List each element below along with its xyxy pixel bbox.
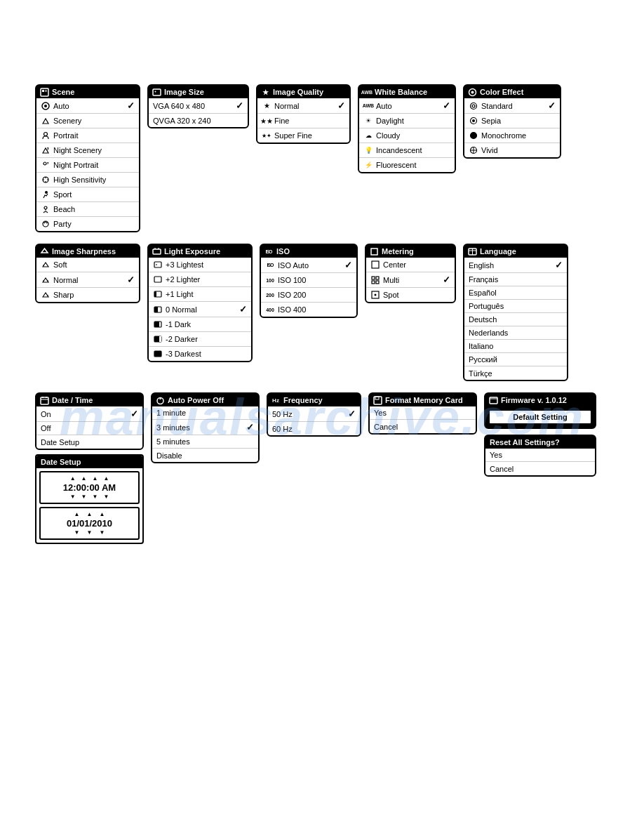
exposure-light[interactable]: +1 Light — [149, 287, 251, 302]
scene-night-portrait[interactable]: Night Portrait — [36, 158, 139, 173]
scene-high-sensitivity-label: High Sensitivity — [53, 176, 106, 184]
datetime-on[interactable]: On ✓ — [36, 406, 142, 422]
date-value: 01/01/2010 — [42, 517, 137, 529]
scene-scenery[interactable]: Scenery — [36, 114, 139, 128]
frequency-menu: Hz Frequency 50 Hz ✓ 60 Hz — [267, 392, 361, 437]
metering-center[interactable]: Center — [366, 258, 455, 272]
scene-portrait[interactable]: Portrait — [36, 128, 139, 143]
reset-cancel[interactable]: Cancel — [485, 462, 595, 475]
reset-yes[interactable]: Yes — [485, 449, 595, 462]
iso-400-icon: 400 — [265, 305, 275, 315]
scene-beach[interactable]: Beach — [36, 202, 139, 217]
datetime-on-check: ✓ — [130, 409, 138, 419]
sharpness-normal[interactable]: Normal ✓ — [36, 272, 139, 288]
sharpness-normal-label: Normal — [53, 276, 78, 284]
lang-english[interactable]: English ✓ — [464, 258, 567, 273]
wb-fluorescent-label: Fluorescent — [376, 161, 416, 169]
color-sepia-icon — [469, 116, 478, 126]
svg-rect-42 — [154, 262, 161, 267]
exposure-normal-check: ✓ — [239, 304, 247, 315]
power-5min[interactable]: 5 minutes — [152, 435, 258, 449]
fine-quality[interactable]: ★★ Fine — [257, 114, 349, 128]
exposure-darker[interactable]: -2 Darker — [149, 332, 251, 347]
lang-espanol[interactable]: Español — [464, 286, 567, 300]
wb-cloudy[interactable]: ☁ Cloudy — [359, 128, 455, 143]
scene-header: Scene — [36, 86, 139, 98]
high-sensitivity-icon — [41, 175, 51, 185]
color-standard-check: ✓ — [548, 100, 556, 111]
exposure-dark[interactable]: -1 Dark — [149, 317, 251, 332]
color-sepia[interactable]: Sepia — [464, 114, 560, 128]
sport-icon — [41, 190, 51, 199]
date-setup-panel-title: Date Setup — [36, 456, 142, 468]
sharpness-sharp-icon — [41, 290, 51, 300]
metering-multi[interactable]: Multi ✓ — [366, 272, 455, 288]
metering-icon — [369, 246, 379, 256]
wb-cloudy-icon: ☁ — [363, 131, 373, 140]
freq-50hz[interactable]: 50 Hz ✓ — [268, 406, 360, 422]
exposure-darkest[interactable]: -3 Darkest — [149, 347, 251, 361]
iso-auto[interactable]: ISO ISO Auto ✓ — [261, 258, 356, 273]
format-cancel[interactable]: Cancel — [370, 420, 476, 433]
iso-400[interactable]: 400 ISO 400 — [261, 303, 356, 317]
color-monochrome[interactable]: Monochrome — [464, 128, 560, 143]
lang-russian[interactable]: Русский — [464, 353, 567, 366]
svg-point-6 — [44, 133, 48, 136]
scene-sport[interactable]: Sport — [36, 187, 139, 202]
power-1min[interactable]: 1 minute — [152, 406, 258, 420]
light-exposure-icon — [152, 246, 161, 256]
row-1: Scene Auto ✓ Scenery — [35, 84, 609, 232]
color-standard[interactable]: Standard ✓ — [464, 98, 560, 114]
exposure-light-label: +1 Light — [166, 290, 193, 298]
wb-daylight[interactable]: ☀ Daylight — [359, 114, 455, 128]
lang-francais[interactable]: Français — [464, 273, 567, 286]
format-memory-icon — [373, 395, 382, 405]
lang-turkish[interactable]: Türkçe — [464, 366, 567, 380]
lang-nederlands[interactable]: Nederlands — [464, 326, 567, 340]
lang-portugues[interactable]: Português — [464, 300, 567, 313]
scene-night-scenery[interactable]: Night Scenery — [36, 143, 139, 158]
metering-spot[interactable]: Spot — [366, 288, 455, 302]
wb-auto[interactable]: AWB Auto ✓ — [359, 98, 455, 114]
wb-incandescent-label: Incandescent — [376, 146, 422, 154]
exposure-lighter[interactable]: +2 Lighter — [149, 272, 251, 287]
scene-night-scenery-label: Night Scenery — [53, 146, 102, 154]
datetime-off[interactable]: Off — [36, 422, 142, 435]
iso-200[interactable]: 200 ISO 200 — [261, 288, 356, 303]
format-memory-header: Format Memory Card — [370, 394, 476, 406]
svg-point-28 — [472, 119, 475, 122]
svg-rect-59 — [376, 281, 379, 284]
normal-quality[interactable]: ★ Normal ✓ — [257, 98, 349, 114]
format-yes[interactable]: Yes — [370, 406, 476, 420]
frequency-icon: Hz — [271, 395, 281, 405]
freq-60hz[interactable]: 60 Hz — [268, 422, 360, 435]
firmware-default-setting[interactable]: Default Setting — [488, 409, 592, 425]
super-fine-quality[interactable]: ★✦ Super Fine — [257, 128, 349, 143]
iso-100[interactable]: 100 ISO 100 — [261, 273, 356, 288]
svg-rect-56 — [372, 277, 375, 279]
color-vivid[interactable]: Vivid — [464, 143, 560, 157]
datetime-setup-btn[interactable]: Date Setup — [36, 435, 142, 449]
datetime-icon — [39, 395, 49, 405]
exposure-lightest[interactable]: +3 Lightest — [149, 258, 251, 272]
wb-incandescent[interactable]: 💡 Incandescent — [359, 143, 455, 158]
power-disable[interactable]: Disable — [152, 449, 258, 462]
scene-auto[interactable]: Auto ✓ — [36, 98, 139, 114]
svg-line-20 — [46, 223, 47, 223]
wb-fluorescent[interactable]: ⚡ Fluorescent — [359, 158, 455, 172]
lang-italiano[interactable]: Italiano — [464, 340, 567, 353]
light-exposure-header: Light Exposure — [149, 245, 251, 258]
vga-option[interactable]: VGA 640 x 480 ✓ — [149, 98, 248, 114]
exposure-normal[interactable]: 0 Normal ✓ — [149, 302, 251, 317]
sharpness-soft[interactable]: Soft — [36, 258, 139, 272]
metering-multi-check: ✓ — [443, 274, 450, 285]
sharpness-sharp[interactable]: Sharp — [36, 288, 139, 302]
scene-high-sensitivity[interactable]: High Sensitivity — [36, 173, 139, 187]
svg-marker-7 — [43, 148, 48, 153]
svg-rect-44 — [154, 277, 161, 282]
scene-party[interactable]: Party — [36, 217, 139, 231]
power-3min[interactable]: 3 minutes ✓ — [152, 420, 258, 435]
lang-deutsch[interactable]: Deutsch — [464, 313, 567, 326]
svg-rect-21 — [153, 89, 161, 95]
qvga-option[interactable]: QVGA 320 x 240 — [149, 114, 248, 127]
